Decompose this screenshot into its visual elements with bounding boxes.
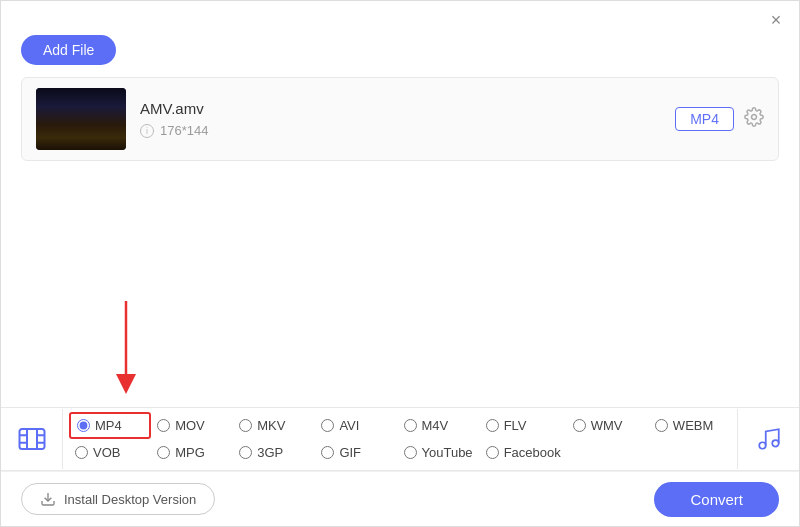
file-name: AMV.amv: [140, 100, 661, 117]
install-label: Install Desktop Version: [64, 492, 196, 507]
info-icon: i: [140, 124, 154, 138]
svg-rect-2: [19, 429, 44, 449]
format-option-mkv[interactable]: MKV: [233, 412, 315, 439]
format-options: MP4 MOV MKV AVI M4V FLV WMV WEBM: [63, 408, 737, 470]
format-option-webm[interactable]: WEBM: [649, 412, 731, 439]
format-option-mov[interactable]: MOV: [151, 412, 233, 439]
file-meta: i 176*144: [140, 123, 661, 138]
format-option-3gp[interactable]: 3GP: [233, 439, 315, 466]
format-option-flv[interactable]: FLV: [480, 412, 567, 439]
file-dimensions: 176*144: [160, 123, 208, 138]
add-file-button[interactable]: Add File: [21, 35, 116, 65]
audio-format-icon-button[interactable]: [737, 409, 799, 469]
svg-point-0: [752, 114, 757, 119]
format-option-wmv[interactable]: WMV: [567, 412, 649, 439]
format-option-mp4[interactable]: MP4: [69, 412, 151, 439]
format-option-vob[interactable]: VOB: [69, 439, 151, 466]
toolbar: Add File: [1, 35, 799, 77]
format-option-mpg[interactable]: MPG: [151, 439, 233, 466]
close-button[interactable]: ×: [767, 11, 785, 29]
file-item: AMV.amv i 176*144 MP4: [22, 78, 778, 160]
format-option-avi[interactable]: AVI: [315, 412, 397, 439]
settings-icon[interactable]: [744, 107, 764, 132]
format-option-gif[interactable]: GIF: [315, 439, 397, 466]
file-thumbnail: [36, 88, 126, 150]
download-icon: [40, 491, 56, 507]
format-bar: MP4 MOV MKV AVI M4V FLV WMV WEBM: [1, 407, 799, 471]
title-bar: ×: [1, 1, 799, 35]
format-option-m4v[interactable]: M4V: [398, 412, 480, 439]
file-list: AMV.amv i 176*144 MP4: [21, 77, 779, 161]
convert-button[interactable]: Convert: [654, 482, 779, 517]
format-option-youtube[interactable]: YouTube: [398, 439, 480, 466]
footer: Install Desktop Version Convert: [1, 471, 799, 526]
arrow-annotation: [101, 296, 151, 396]
install-button[interactable]: Install Desktop Version: [21, 483, 215, 515]
video-format-icon-button[interactable]: [1, 409, 63, 469]
svg-point-9: [759, 442, 766, 449]
file-info: AMV.amv i 176*144: [140, 100, 661, 138]
format-option-facebook[interactable]: Facebook: [480, 439, 567, 466]
file-actions: MP4: [675, 107, 764, 132]
svg-point-10: [772, 440, 779, 447]
format-badge[interactable]: MP4: [675, 107, 734, 131]
